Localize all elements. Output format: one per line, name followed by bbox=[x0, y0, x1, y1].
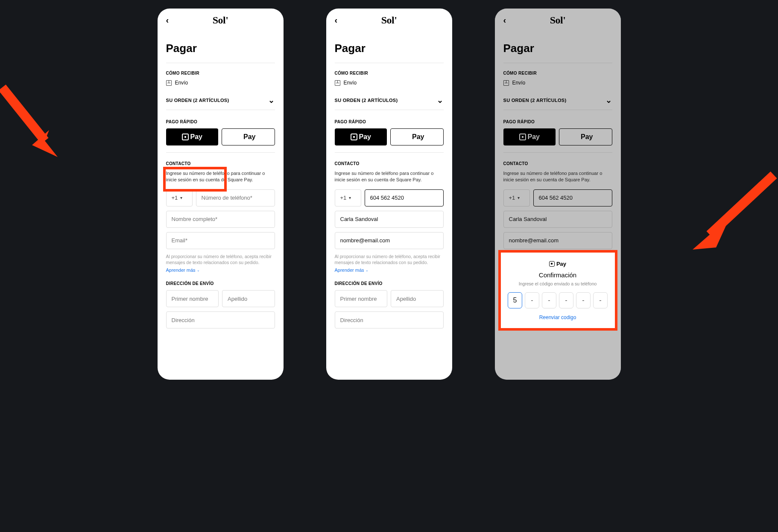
name-input[interactable]: Carla Sandoval bbox=[335, 211, 444, 228]
code-input-row: 5 - - - - - bbox=[506, 292, 610, 308]
chevron-down-icon: ⌄ bbox=[366, 268, 369, 272]
ship-label: Envío bbox=[175, 80, 188, 86]
square-pay-button[interactable]: Pay bbox=[503, 128, 556, 145]
name-input[interactable]: Carla Sandoval bbox=[503, 211, 612, 228]
brand-logo: Sol' bbox=[381, 15, 397, 26]
square-logo-icon bbox=[519, 134, 526, 140]
code-digit-4[interactable]: - bbox=[559, 292, 573, 308]
checkout-screen-empty: ‹ Sol' Pagar CÓMO RECIBIR Envío SU ORDEN… bbox=[158, 9, 284, 380]
brand-logo: Sol' bbox=[213, 15, 228, 26]
package-icon bbox=[166, 80, 172, 86]
back-icon[interactable]: ‹ bbox=[335, 15, 338, 25]
code-digit-3[interactable]: - bbox=[542, 292, 556, 308]
svg-marker-1 bbox=[32, 130, 58, 157]
order-label: SU ORDEN (2 ARTÍCULOS) bbox=[335, 98, 398, 103]
contact-description: Ingrese su número de teléfono para conti… bbox=[503, 170, 612, 183]
receive-label: CÓMO RECIBIR bbox=[503, 71, 612, 76]
brand-logo: Sol' bbox=[550, 15, 566, 26]
apple-pay-label: Pay bbox=[243, 133, 255, 141]
chevron-down-icon: ▾ bbox=[349, 195, 351, 200]
apple-pay-button[interactable]: Pay bbox=[222, 128, 275, 145]
code-digit-2[interactable]: - bbox=[525, 292, 539, 308]
country-code-select[interactable]: +1 ▾ bbox=[503, 189, 530, 206]
contact-description: Ingrese su número de teléfono para conti… bbox=[166, 170, 275, 183]
name-input[interactable]: Nombre completo* bbox=[166, 211, 275, 228]
square-logo-icon bbox=[351, 134, 357, 140]
chevron-down-icon: ⌄ bbox=[197, 268, 200, 272]
first-name-input[interactable]: Primer nombre bbox=[166, 290, 219, 307]
contact-label: CONTACTO bbox=[335, 161, 444, 166]
order-label: SU ORDEN (2 ARTÍCULOS) bbox=[503, 98, 567, 103]
last-name-input[interactable]: Apellido bbox=[391, 290, 444, 307]
apple-pay-button[interactable]: Pay bbox=[390, 128, 444, 145]
order-accordion[interactable]: SU ORDEN (2 ARTÍCULOS) ⌄ bbox=[166, 96, 275, 110]
email-input[interactable]: nombre@email.com bbox=[503, 232, 612, 249]
svg-marker-3 bbox=[693, 224, 727, 250]
square-pay-label: Pay bbox=[190, 133, 202, 141]
shipping-label: DIRECCIÓN DE ENVÍO bbox=[166, 281, 275, 286]
fast-pay-label: PAGO RÁPIDO bbox=[335, 119, 444, 124]
ship-label: Envío bbox=[344, 80, 357, 86]
divider bbox=[166, 63, 275, 63]
order-accordion[interactable]: SU ORDEN (2 ARTÍCULOS) ⌄ bbox=[335, 96, 444, 110]
receive-label: CÓMO RECIBIR bbox=[166, 71, 275, 76]
package-icon bbox=[335, 80, 340, 86]
learn-more-link[interactable]: Aprender más ⌄ bbox=[335, 267, 369, 273]
confirmation-modal: Pay Confirmación Ingrese el código envia… bbox=[498, 250, 617, 331]
email-input[interactable]: nombre@email.com bbox=[335, 232, 444, 249]
divider bbox=[335, 63, 444, 63]
square-logo-icon bbox=[549, 261, 555, 267]
phone-input[interactable]: Número de teléfono* bbox=[196, 189, 275, 206]
code-digit-5[interactable]: - bbox=[576, 292, 591, 308]
phone-input[interactable]: 604 562 4520 bbox=[365, 189, 444, 206]
checkout-screen-filled: ‹ Sol' Pagar CÓMO RECIBIR Envío SU ORDEN… bbox=[326, 9, 452, 380]
fast-pay-label: PAGO RÁPIDO bbox=[166, 119, 275, 124]
first-name-input[interactable]: Primer nombre bbox=[335, 290, 388, 307]
chevron-down-icon: ▾ bbox=[518, 195, 520, 200]
code-digit-6[interactable]: - bbox=[593, 292, 608, 308]
receive-label: CÓMO RECIBIR bbox=[335, 71, 444, 76]
address-input[interactable]: Dirección bbox=[166, 311, 275, 329]
fine-print: Al proporcionar su número de teléfono, a… bbox=[166, 253, 275, 266]
back-icon[interactable]: ‹ bbox=[503, 15, 506, 25]
svg-line-2 bbox=[710, 175, 774, 235]
modal-title: Confirmación bbox=[506, 271, 610, 279]
divider bbox=[503, 63, 612, 63]
address-input[interactable]: Dirección bbox=[335, 311, 444, 329]
divider bbox=[503, 152, 612, 153]
page-title: Pagar bbox=[166, 42, 275, 55]
page-title: Pagar bbox=[335, 42, 444, 55]
back-icon[interactable]: ‹ bbox=[166, 15, 169, 25]
country-code-select[interactable]: +1 ▾ bbox=[335, 189, 361, 206]
fine-print: Al proporcionar su número de teléfono, a… bbox=[335, 253, 444, 266]
contact-label: CONTACTO bbox=[166, 161, 275, 166]
shipping-label: DIRECCIÓN DE ENVÍO bbox=[335, 281, 444, 286]
last-name-input[interactable]: Apellido bbox=[222, 290, 275, 307]
order-label: SU ORDEN (2 ARTÍCULOS) bbox=[166, 98, 229, 103]
square-pay-button[interactable]: Pay bbox=[166, 128, 219, 145]
country-code-select[interactable]: +1 ▾ bbox=[166, 189, 193, 206]
modal-pay-logo: Pay bbox=[549, 261, 566, 267]
divider bbox=[335, 152, 444, 153]
modal-subtitle: Ingrese el código enviado a su teléfono bbox=[506, 281, 610, 286]
package-icon bbox=[503, 80, 509, 86]
page-title: Pagar bbox=[503, 42, 612, 55]
order-accordion[interactable]: SU ORDEN (2 ARTÍCULOS) ⌄ bbox=[503, 96, 612, 110]
chevron-down-icon: ▾ bbox=[180, 195, 182, 200]
learn-more-link[interactable]: Aprender más ⌄ bbox=[166, 267, 200, 273]
divider bbox=[166, 152, 275, 153]
apple-pay-button[interactable]: Pay bbox=[559, 128, 612, 145]
contact-description: Ingrese su número de teléfono para conti… bbox=[335, 170, 444, 183]
contact-label: CONTACTO bbox=[503, 161, 612, 166]
code-digit-1[interactable]: 5 bbox=[508, 292, 522, 308]
resend-code-link[interactable]: Reenviar codigo bbox=[506, 314, 610, 320]
ship-row: Envío bbox=[335, 80, 444, 86]
ship-row: Envío bbox=[503, 80, 612, 86]
ship-label: Envío bbox=[512, 80, 526, 86]
email-input[interactable]: Email* bbox=[166, 232, 275, 249]
phone-input[interactable]: 604 562 4520 bbox=[533, 189, 612, 206]
square-pay-button[interactable]: Pay bbox=[335, 128, 387, 145]
square-logo-icon bbox=[182, 134, 189, 140]
ship-row: Envío bbox=[166, 80, 275, 86]
fast-pay-label: PAGO RÁPIDO bbox=[503, 119, 612, 124]
